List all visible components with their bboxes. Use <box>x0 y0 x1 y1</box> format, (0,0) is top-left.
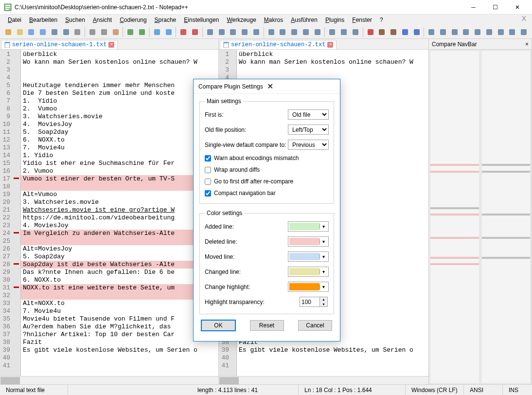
menu-codierung[interactable]: Codierung <box>116 16 150 24</box>
replace-icon[interactable] <box>163 27 174 37</box>
cancel-button[interactable]: Cancel <box>298 320 332 331</box>
left-editor[interactable]: 1234567891011121314151617181920212223242… <box>0 50 218 376</box>
highlight-color-select[interactable]: ▾ <box>288 282 329 292</box>
cmp7-icon[interactable] <box>518 27 529 37</box>
menu-?[interactable]: ? <box>376 16 387 24</box>
svg-rect-39 <box>440 29 446 35</box>
navbar-close-icon[interactable]: × <box>525 41 529 48</box>
menu-einstellungen[interactable]: Einstellungen <box>180 16 223 24</box>
new-icon[interactable] <box>3 27 14 37</box>
tab-close-icon[interactable]: × <box>108 42 114 48</box>
moved-color-select[interactable]: ▾ <box>288 251 329 262</box>
hidden-icon[interactable] <box>312 27 323 37</box>
cmp1-icon[interactable] <box>426 27 437 37</box>
left-hscroll[interactable] <box>0 376 218 384</box>
right-hscroll[interactable] <box>219 376 428 384</box>
fold1-icon[interactable] <box>266 27 277 37</box>
first-is-select[interactable]: Old file <box>288 109 329 120</box>
cmp5-icon[interactable] <box>472 27 483 37</box>
fold4-icon[interactable] <box>301 27 311 37</box>
doc2-icon[interactable] <box>338 27 349 37</box>
ok-button[interactable]: OK <box>201 320 235 331</box>
menu-datei[interactable]: Datei <box>4 16 25 24</box>
stop-icon[interactable] <box>376 27 387 37</box>
doc3-icon[interactable] <box>350 27 361 37</box>
menu-ausführen[interactable]: Ausführen <box>287 16 321 24</box>
paste-icon[interactable] <box>110 27 121 37</box>
menu-suchen[interactable]: Suchen <box>61 16 89 24</box>
minimize-button[interactable]: ─ <box>462 0 484 14</box>
menu-makros[interactable]: Makros <box>260 16 287 24</box>
playall-icon[interactable] <box>411 27 422 37</box>
menu-plugins[interactable]: Plugins <box>321 16 348 24</box>
transparency-spinner[interactable]: ▲▼ <box>300 297 329 307</box>
deleted-color-select[interactable]: ▾ <box>288 236 329 247</box>
print-icon[interactable] <box>72 27 83 37</box>
menubar: DateiBearbeitenSuchenAnsichtCodierungSpr… <box>0 15 532 25</box>
close-icon[interactable] <box>49 27 60 37</box>
navbar-body[interactable] <box>429 50 532 384</box>
close-button[interactable]: ✕ <box>506 0 528 14</box>
cmp3-icon[interactable] <box>449 27 460 37</box>
changed-color-select[interactable]: ▾ <box>288 267 329 277</box>
cmp6-icon[interactable] <box>507 27 518 37</box>
menu-werkzeuge[interactable]: Werkzeuge <box>223 16 260 24</box>
down-icon[interactable] <box>496 27 506 37</box>
tab-right-file[interactable]: serien-online-schauen-2.txt × <box>220 40 337 49</box>
sync-icon[interactable] <box>205 27 215 37</box>
reset-button[interactable]: Reset <box>250 320 284 331</box>
copy-icon[interactable] <box>99 27 109 37</box>
svg-rect-6 <box>28 29 34 35</box>
up-icon[interactable] <box>484 27 495 37</box>
rec-icon[interactable] <box>365 27 376 37</box>
added-color-select[interactable]: ▾ <box>288 221 329 232</box>
cmp4-icon[interactable] <box>461 27 472 37</box>
menu-ansicht[interactable]: Ansicht <box>89 16 116 24</box>
gotofirst-checkbox[interactable] <box>205 179 211 185</box>
indent-icon[interactable] <box>251 27 262 37</box>
status-position: Ln : 18 Col : 1 Pos : 1.644 <box>299 385 406 395</box>
status-filetype: Normal text file <box>0 385 68 395</box>
play-icon[interactable] <box>388 27 399 37</box>
menu-fenster[interactable]: Fenster <box>348 16 376 24</box>
warn-checkbox[interactable] <box>205 155 211 162</box>
dialog-close-icon[interactable]: ✕ <box>267 82 336 91</box>
zoomin-icon[interactable] <box>178 27 189 37</box>
single-view-select[interactable]: Previous <box>288 140 329 150</box>
navbar-col-right[interactable] <box>482 51 531 383</box>
ff-icon[interactable] <box>400 27 410 37</box>
svg-rect-33 <box>368 29 373 35</box>
open-icon[interactable] <box>15 27 25 37</box>
spin-up-icon[interactable]: ▲ <box>320 297 327 302</box>
fold3-icon[interactable] <box>289 27 300 37</box>
statusbar: Normal text file length : 4.113 lines : … <box>0 384 532 395</box>
wrap-icon[interactable] <box>216 27 227 37</box>
spin-down-icon[interactable]: ▼ <box>320 302 327 307</box>
svg-rect-2 <box>5 7 10 8</box>
tab-left-file[interactable]: serien-online-schauen-1.txt × <box>1 40 118 49</box>
secondary-close-icon[interactable]: X <box>522 15 526 22</box>
single-view-label: Single-view default compare to: <box>205 142 288 148</box>
saveall-icon[interactable] <box>37 27 48 37</box>
cmp2-icon[interactable] <box>438 27 448 37</box>
menu-bearbeiten[interactable]: Bearbeiten <box>25 16 61 24</box>
maximize-button[interactable]: ☐ <box>484 0 506 14</box>
compact-checkbox[interactable] <box>205 190 211 197</box>
wrap2-icon[interactable] <box>228 27 238 37</box>
zoomout-icon[interactable] <box>190 27 200 37</box>
allchars-icon[interactable] <box>239 27 250 37</box>
cut-icon[interactable] <box>87 27 98 37</box>
old-pos-select[interactable]: Left/Top <box>288 125 329 135</box>
redo-icon[interactable] <box>137 27 147 37</box>
status-length: length : 4.113 lines : 41 <box>192 385 299 395</box>
fold2-icon[interactable] <box>277 27 288 37</box>
find-icon[interactable] <box>152 27 162 37</box>
doc1-icon[interactable] <box>327 27 337 37</box>
wrap-checkbox[interactable] <box>205 167 211 173</box>
save-icon[interactable] <box>26 27 37 37</box>
menu-sprache[interactable]: Sprache <box>151 16 180 24</box>
closeall-icon[interactable] <box>61 27 71 37</box>
tab-close-icon[interactable]: × <box>327 42 333 48</box>
undo-icon[interactable] <box>125 27 136 37</box>
navbar-col-left[interactable] <box>430 51 479 383</box>
